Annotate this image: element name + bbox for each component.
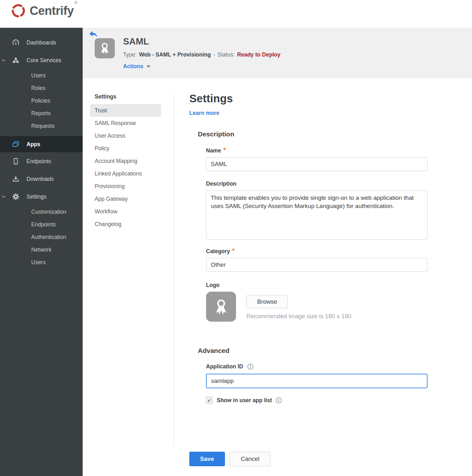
- subnav-item-saml-response[interactable]: SAML Response: [90, 117, 161, 129]
- mobile-device-icon: [12, 157, 20, 165]
- sidebar-item-reports[interactable]: Reports: [0, 107, 83, 120]
- description-label: Description: [206, 181, 428, 187]
- chevron-down-icon: [2, 195, 6, 198]
- vertical-divider: [174, 93, 174, 446]
- gauge-icon: [12, 39, 20, 47]
- sidebar-item-label: Core Services: [27, 57, 61, 64]
- sidebar-item-requests[interactable]: Requests: [0, 120, 83, 132]
- brand-logo: Centrify®: [10, 3, 77, 19]
- info-icon[interactable]: [275, 397, 282, 404]
- app-meta: Type: Web - SAML + Provisioning • Status…: [123, 51, 280, 58]
- sidebar-item-label: Endpoints: [27, 158, 51, 165]
- status-label: Status:: [217, 51, 234, 58]
- sidebar-item-label: Downloads: [27, 176, 54, 182]
- sidebar-item-roles[interactable]: Roles: [0, 82, 83, 94]
- show-in-user-app-list-checkbox[interactable]: ✓: [206, 397, 213, 404]
- save-button[interactable]: Save: [189, 452, 225, 466]
- page-title: Settings: [189, 92, 429, 105]
- subnav-header: Settings: [90, 93, 169, 100]
- show-in-user-app-list-label: Show in user app list: [217, 397, 282, 404]
- name-label: Name *: [206, 147, 428, 154]
- status-badge: Ready to Deploy: [237, 51, 280, 58]
- download-icon: [12, 175, 20, 183]
- logo-preview: [206, 292, 236, 322]
- sidebar-item-authentication[interactable]: Authentication: [0, 231, 83, 243]
- category-label: Category *: [206, 248, 428, 255]
- logo-row: Browse Recommended image size is 180 x 1…: [206, 292, 428, 322]
- chevron-down-icon: [2, 59, 6, 62]
- description-section-heading: Description: [198, 130, 429, 138]
- sidebar-item-users[interactable]: Users: [0, 69, 83, 82]
- subnav-item-changelog[interactable]: Changelog: [90, 218, 161, 230]
- subnav-item-account-mapping[interactable]: Account Mapping: [90, 155, 161, 167]
- award-ribbon-icon: [212, 297, 230, 316]
- sidebar: Dashboards Core Services Users Roles Pol…: [0, 28, 83, 476]
- sidebar-item-downloads[interactable]: Downloads: [0, 172, 83, 186]
- required-marker: *: [232, 247, 235, 254]
- logo-label: Logo: [206, 282, 428, 289]
- subnav-item-linked-applications[interactable]: Linked Applications: [90, 167, 161, 180]
- award-ribbon-icon: [98, 41, 111, 55]
- subnav-item-app-gateway[interactable]: App Gateway: [90, 193, 161, 205]
- core-services-submenu: Users Roles Policies Reports Requests: [0, 69, 83, 132]
- top-bar: Centrify®: [0, 0, 472, 28]
- subnav-item-provisioning[interactable]: Provisioning: [90, 180, 161, 193]
- advanced-fields: Application ID ✓ Show in user app list: [206, 363, 428, 466]
- sidebar-item-label: Settings: [27, 193, 46, 200]
- sidebar-item-endpoints[interactable]: Endpoints: [0, 154, 83, 169]
- centrify-swirl-icon: [10, 3, 26, 19]
- subnav-item-trust[interactable]: Trust: [90, 104, 161, 117]
- overlapping-windows-icon: [12, 140, 20, 148]
- learn-more-link[interactable]: Learn more: [189, 110, 219, 116]
- subnav-item-workflow[interactable]: Workflow: [90, 205, 161, 218]
- sidebar-item-dashboards[interactable]: Dashboards: [0, 35, 83, 50]
- sidebar-item-customization[interactable]: Customization: [0, 205, 83, 218]
- subnav-item-policy[interactable]: Policy: [90, 142, 161, 155]
- app-header: SAML Type: Web - SAML + Provisioning • S…: [83, 28, 472, 78]
- gear-icon: [12, 193, 20, 201]
- sidebar-item-network[interactable]: Network: [0, 243, 83, 256]
- sidebar-item-label: Dashboards: [27, 39, 56, 46]
- required-marker: *: [223, 146, 226, 153]
- meta-separator: •: [213, 52, 215, 57]
- type-label: Type:: [123, 51, 137, 58]
- form-buttons: Save Cancel: [189, 452, 428, 466]
- registered-mark: ®: [74, 0, 77, 5]
- recommended-size-text: Recommended image size is 180 x 180: [246, 313, 351, 320]
- sidebar-item-users-settings[interactable]: Users: [0, 256, 83, 269]
- sidebar-item-endpoints-settings[interactable]: Endpoints: [0, 218, 83, 231]
- sidebar-item-settings[interactable]: Settings: [0, 189, 83, 204]
- name-field[interactable]: [206, 157, 428, 171]
- brand-name: Centrify®: [30, 4, 77, 18]
- sidebar-item-policies[interactable]: Policies: [0, 94, 83, 107]
- back-arrow-icon[interactable]: [89, 31, 98, 38]
- type-value: Web - SAML + Provisioning: [139, 51, 211, 58]
- category-field[interactable]: [206, 258, 428, 272]
- caret-down-icon: [146, 65, 151, 68]
- application-id-field[interactable]: [206, 374, 428, 388]
- cancel-button[interactable]: Cancel: [230, 452, 270, 466]
- show-in-user-app-list-row: ✓ Show in user app list: [206, 397, 428, 404]
- app-logo-tile: [95, 38, 115, 58]
- app-subnav: Settings Trust SAML Response User Access…: [90, 93, 169, 230]
- sidebar-item-label: Apps: [27, 141, 40, 148]
- settings-form: Settings Learn more Description Name * D…: [189, 78, 429, 466]
- sidebar-item-core-services[interactable]: Core Services: [0, 53, 83, 68]
- actions-button[interactable]: Actions: [123, 63, 151, 70]
- sidebar-item-apps[interactable]: Apps: [0, 136, 83, 153]
- advanced-section-heading: Advanced: [198, 347, 429, 354]
- main-content: Settings Trust SAML Response User Access…: [83, 78, 472, 476]
- browse-button[interactable]: Browse: [246, 295, 288, 308]
- actions-label: Actions: [123, 63, 143, 70]
- nodes-icon: [12, 56, 20, 64]
- settings-submenu: Customization Endpoints Authentication N…: [0, 205, 83, 269]
- logo-controls: Browse Recommended image size is 180 x 1…: [246, 292, 351, 322]
- description-field[interactable]: This template enables you to provide sin…: [206, 190, 428, 240]
- subnav-item-user-access[interactable]: User Access: [90, 129, 161, 142]
- description-fields: Name * Description This template enables…: [206, 147, 428, 322]
- info-icon[interactable]: [247, 363, 254, 370]
- application-id-label: Application ID: [206, 363, 428, 370]
- app-title: SAML: [123, 36, 149, 47]
